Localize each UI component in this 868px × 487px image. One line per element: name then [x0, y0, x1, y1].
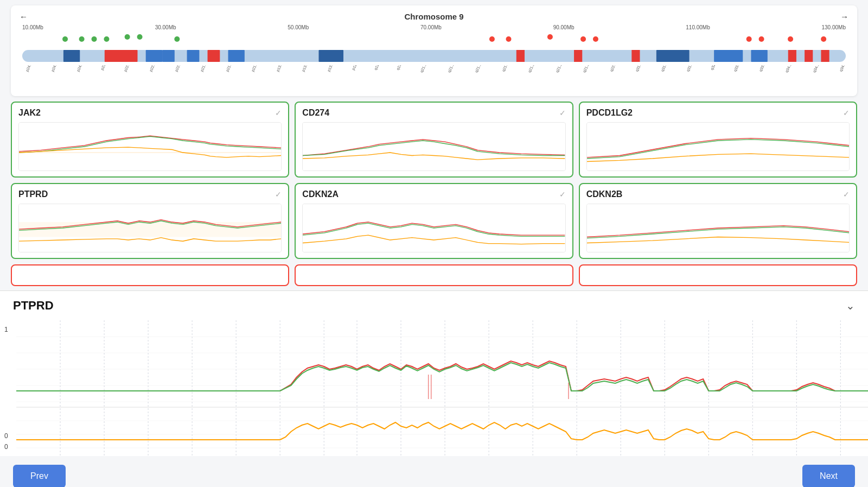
gene-card-jak2-title: JAK2	[18, 108, 41, 118]
gene-card-cdkn2a-check: ✓	[559, 190, 566, 199]
svg-point-0	[62, 36, 68, 42]
svg-point-5	[137, 34, 143, 40]
svg-point-9	[547, 34, 553, 40]
gene-card-ptprd[interactable]: PTPRD ✓	[11, 183, 289, 259]
svg-point-12	[746, 36, 752, 42]
svg-point-15	[821, 36, 826, 42]
detail-header[interactable]: PTPRD ⌄	[0, 291, 868, 320]
svg-point-8	[506, 36, 512, 42]
gene-card-row3b-header	[302, 271, 565, 281]
svg-point-2	[92, 36, 97, 42]
gene-card-row3c-title	[586, 271, 589, 281]
detail-panel-title: PTPRD	[13, 299, 54, 313]
svg-rect-23	[228, 50, 245, 62]
gene-card-cdkn2a-chart	[302, 204, 565, 252]
svg-point-11	[593, 36, 598, 42]
gene-card-pdcd1lg2-header: PDCD1LG2 ✓	[586, 108, 850, 118]
gene-card-cd274-check: ✓	[559, 109, 566, 117]
gene-card-jak2-chart	[18, 122, 282, 171]
svg-rect-32	[751, 50, 767, 62]
gene-card-cdkn2b-check: ✓	[843, 190, 850, 199]
gene-card-cdkn2a-header: CDKN2A ✓	[302, 189, 565, 199]
svg-rect-19	[146, 50, 162, 62]
cdkn2b-chart-svg	[587, 204, 849, 252]
chromosome-title: Chromosome 9	[20, 12, 848, 21]
y-label-0-mid: 0	[4, 443, 8, 451]
svg-rect-35	[821, 50, 829, 62]
gene-card-pdcd1lg2-check: ✓	[843, 109, 850, 117]
cd274-chart-svg	[303, 123, 565, 170]
gene-card-cd274[interactable]: CD274 ✓	[295, 102, 573, 178]
chromosome-panel: Chromosome 9 10.00Mb 30.00Mb 50.00Mb 70.…	[11, 5, 857, 96]
gene-card-ptprd-chart	[18, 204, 282, 252]
svg-rect-29	[631, 50, 640, 62]
gene-card-cdkn2a-title: CDKN2A	[302, 189, 339, 199]
gene-card-jak2[interactable]: JAK2 ✓	[11, 102, 289, 178]
gene-card-cd274-chart	[302, 122, 565, 171]
svg-point-13	[759, 36, 764, 42]
pdcd1lg2-chart-svg	[587, 123, 849, 170]
chromosome-dots-row	[20, 33, 848, 48]
svg-point-7	[489, 36, 495, 42]
cdkn2a-chart-svg	[303, 204, 565, 252]
detail-chart-area: 1 0 0	[0, 320, 868, 456]
gene-card-pdcd1lg2[interactable]: PDCD1LG2 ✓	[579, 102, 857, 178]
svg-point-4	[125, 34, 130, 40]
svg-point-3	[104, 36, 109, 42]
svg-point-14	[788, 36, 793, 42]
svg-point-6	[174, 36, 180, 42]
svg-rect-39	[587, 123, 849, 170]
y-label-1-top: 1	[4, 326, 8, 333]
chevron-down-icon[interactable]: ⌄	[846, 299, 855, 312]
svg-rect-27	[516, 50, 525, 62]
detail-panel: PTPRD ⌄ 1 0 0	[0, 290, 868, 456]
chromosome-labels: p24.3 p24.2 p24.1 p23 p22.3 p22.2 p22.1 …	[20, 65, 848, 90]
svg-rect-33	[788, 50, 796, 62]
gene-card-row3b[interactable]	[295, 264, 573, 286]
gene-card-pdcd1lg2-chart	[586, 122, 850, 171]
gene-card-jak2-check: ✓	[275, 109, 282, 117]
gene-card-row3b-title	[302, 271, 304, 281]
chromosome-dots-svg	[20, 33, 848, 48]
svg-rect-41	[19, 222, 281, 237]
gene-card-jak2-header: JAK2 ✓	[18, 108, 282, 118]
gene-card-row3c[interactable]	[579, 264, 857, 286]
gene-card-cdkn2b-chart	[586, 204, 850, 252]
gene-card-row3a-title	[18, 271, 21, 281]
svg-point-10	[580, 36, 586, 42]
gene-card-cdkn2b-header: CDKN2B ✓	[586, 189, 850, 199]
svg-rect-20	[162, 50, 175, 62]
y-label-0-bottom: 0	[4, 432, 8, 440]
svg-point-1	[79, 36, 85, 42]
gene-cards-container: JAK2 ✓ CD274 ✓	[11, 102, 857, 286]
chromosome-band-svg	[22, 49, 846, 63]
svg-rect-30	[656, 50, 690, 62]
svg-rect-21	[187, 50, 200, 62]
svg-rect-24	[318, 50, 343, 62]
navigation-buttons: Prev Next	[0, 456, 868, 487]
next-button[interactable]: Next	[802, 465, 855, 487]
gene-card-row3a-header	[18, 271, 282, 281]
gene-card-ptprd-title: PTPRD	[18, 189, 48, 199]
gene-card-cd274-title: CD274	[302, 108, 329, 118]
gene-card-cdkn2a[interactable]: CDKN2A ✓	[295, 183, 573, 259]
jak2-chart-svg	[19, 123, 281, 170]
chromosome-ruler: 10.00Mb 30.00Mb 50.00Mb 70.00Mb 90.00Mb …	[20, 24, 848, 30]
gene-card-ptprd-header: PTPRD ✓	[18, 189, 282, 199]
gene-card-row3a[interactable]	[11, 264, 289, 286]
svg-rect-38	[303, 123, 565, 170]
gene-card-ptprd-check: ✓	[275, 190, 282, 199]
gene-card-row3c-header	[586, 271, 850, 281]
svg-rect-18	[105, 50, 138, 62]
gene-card-cd274-header: CD274 ✓	[302, 108, 565, 118]
gene-card-cdkn2b-title: CDKN2B	[586, 189, 623, 199]
prev-button[interactable]: Prev	[13, 465, 66, 487]
svg-rect-31	[714, 50, 743, 62]
detail-chart-svg	[16, 320, 868, 456]
ptprd-chart-svg	[19, 204, 281, 252]
svg-rect-17	[63, 50, 80, 62]
svg-rect-34	[805, 50, 813, 62]
gene-card-cdkn2b[interactable]: CDKN2B ✓	[579, 183, 857, 259]
svg-rect-28	[574, 50, 582, 62]
svg-rect-22	[208, 50, 220, 62]
